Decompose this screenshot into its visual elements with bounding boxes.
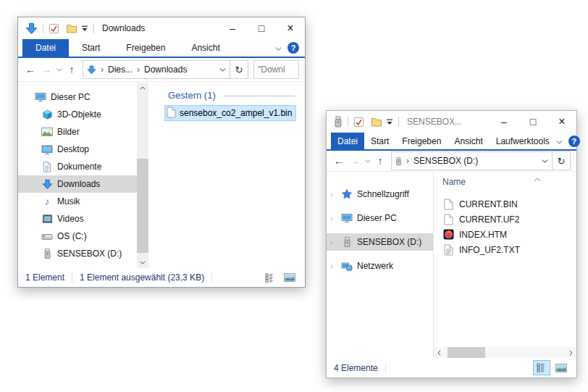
scroll-down-icon[interactable] <box>137 257 148 268</box>
scroll-left-icon[interactable] <box>434 347 445 358</box>
thumbnail-view-button[interactable] <box>282 271 298 285</box>
group-header-rule <box>223 96 295 96</box>
group-header-label[interactable]: Gestern (1) <box>164 90 216 101</box>
address-box[interactable]: › SENSEBOX (D:) <box>391 151 553 170</box>
up-button[interactable]: ↑ <box>64 64 80 75</box>
tab-start[interactable]: Start <box>69 39 113 57</box>
sidebar-item-label: Desktop <box>57 144 89 154</box>
sidebar-item-musik[interactable]: ♪ Musik <box>18 193 137 210</box>
sidebar-item-downloads[interactable]: Downloads <box>18 175 137 193</box>
scroll-thumb[interactable] <box>137 159 148 253</box>
scroll-right-icon[interactable] <box>566 347 576 358</box>
expand-chevron-icon[interactable]: › <box>327 238 340 246</box>
usb-location-icon <box>395 157 402 166</box>
file-row[interactable]: INDEX.HTM <box>442 227 576 242</box>
properties-check-icon[interactable] <box>353 117 364 128</box>
customize-toolbar-caret-icon[interactable] <box>386 118 393 125</box>
file-list-pane[interactable]: Name CURRENT.BIN CURRENT.UF2 INDEX.HTM I… <box>433 172 576 358</box>
maximize-button[interactable]: □ <box>247 17 276 39</box>
recent-locations-chevron-icon[interactable] <box>54 68 64 72</box>
help-button[interactable]: ? <box>287 42 299 54</box>
address-dropdown-chevron-icon[interactable] <box>537 159 552 163</box>
details-view-button[interactable] <box>262 271 278 285</box>
search-input[interactable]: "Downl <box>253 60 299 79</box>
back-button[interactable]: ← <box>331 155 347 167</box>
minimize-button[interactable]: – <box>490 111 518 133</box>
maximize-button[interactable]: □ <box>518 111 547 133</box>
thumbnail-view-button[interactable] <box>553 361 569 375</box>
scroll-thumb[interactable] <box>448 347 485 358</box>
file-list-pane[interactable]: Gestern (1) sensebox_co2_ampel_v1.bin <box>148 83 305 268</box>
close-button[interactable]: × <box>276 17 305 39</box>
file-row[interactable]: CURRENT.BIN <box>442 196 576 212</box>
back-button[interactable]: ← <box>22 64 38 75</box>
breadcrumb-dieser-pc[interactable]: Dies... <box>108 64 133 75</box>
sidebar-item-schnellzugriff[interactable]: › Schnellzugriff <box>327 185 433 203</box>
horizontal-scrollbar[interactable] <box>434 347 576 358</box>
minimize-button[interactable]: – <box>218 17 247 39</box>
scroll-up-icon[interactable] <box>137 83 148 93</box>
file-icon <box>442 199 455 210</box>
crumb-separator: › <box>133 64 144 75</box>
address-box[interactable]: › Dies... › Downloads <box>83 60 230 79</box>
titlebar[interactable]: SENSEBOX... – □ × <box>327 111 576 133</box>
sidebar-item-sensebox-d[interactable]: › SENSEBOX (D:) <box>327 233 433 251</box>
tab-datei[interactable]: Datei <box>331 133 364 149</box>
computer-icon <box>34 91 47 103</box>
selected-file-item[interactable]: sensebox_co2_ampel_v1.bin <box>164 105 296 121</box>
close-button[interactable]: × <box>547 111 576 133</box>
tab-ansicht[interactable]: Ansicht <box>448 133 489 149</box>
sidebar-item-os-c[interactable]: OS (C:) <box>18 228 137 245</box>
group-header[interactable]: Gestern (1) <box>164 90 301 101</box>
file-row[interactable]: INFO_UF2.TXT <box>442 242 576 257</box>
refresh-button[interactable]: ↻ <box>230 60 248 79</box>
expand-chevron-icon[interactable]: › <box>327 214 340 222</box>
new-folder-icon[interactable] <box>66 23 77 34</box>
recent-locations-chevron-icon[interactable] <box>363 159 372 163</box>
forward-button[interactable]: → <box>347 155 363 167</box>
status-bar: 1 Element 1 Element ausgewählt (23,3 KB) <box>18 268 305 287</box>
file-name: CURRENT.BIN <box>459 199 518 209</box>
address-dropdown-chevron-icon[interactable] <box>215 68 230 72</box>
sidebar-item-dokumente[interactable]: Dokumente <box>18 158 137 175</box>
forward-button[interactable]: → <box>38 64 54 75</box>
divider <box>93 23 94 33</box>
sort-ascending-chevron-icon[interactable] <box>534 174 541 184</box>
selection-summary: 1 Element ausgewählt (23,3 KB) <box>80 272 204 283</box>
file-row[interactable]: CURRENT.UF2 <box>442 212 576 227</box>
divider <box>72 272 72 283</box>
expand-ribbon-chevron-icon[interactable] <box>275 43 282 53</box>
vertical-scrollbar[interactable] <box>137 83 148 268</box>
tab-datei[interactable]: Datei <box>22 39 69 57</box>
breadcrumb-downloads[interactable]: Downloads <box>144 64 187 75</box>
sidebar-item-dieser-pc[interactable]: Dieser PC <box>18 88 137 106</box>
scroll-track[interactable] <box>445 347 566 358</box>
tab-start[interactable]: Start <box>364 133 395 149</box>
tab-freigeben[interactable]: Freigeben <box>113 39 178 57</box>
sidebar-item-netzwerk[interactable]: › Netzwerk <box>327 257 433 275</box>
tab-freigeben[interactable]: Freigeben <box>395 133 448 149</box>
properties-check-icon[interactable] <box>49 23 59 34</box>
up-button[interactable]: ↑ <box>372 155 388 167</box>
help-button[interactable]: ? <box>568 135 580 147</box>
customize-toolbar-caret-icon[interactable] <box>81 25 88 32</box>
breadcrumb-sensebox[interactable]: SENSEBOX (D:) <box>413 156 478 166</box>
sidebar-item-sensebox-d[interactable]: SENSEBOX (D:) <box>18 245 137 262</box>
expand-chevron-icon[interactable]: › <box>327 262 340 270</box>
sidebar-item-bilder[interactable]: Bilder <box>18 123 137 141</box>
sidebar-item-desktop[interactable]: Desktop <box>18 141 137 158</box>
details-view-button[interactable] <box>534 361 550 375</box>
sidebar-item-dieser-pc[interactable]: › Dieser PC <box>327 209 433 227</box>
sidebar-item-videos[interactable]: Videos <box>18 210 137 228</box>
usb-drive-icon <box>41 248 54 259</box>
new-folder-icon[interactable] <box>371 117 382 128</box>
sidebar-item-3d-objekte[interactable]: 3D-Objekte <box>18 106 137 123</box>
column-header-name[interactable]: Name <box>442 177 576 187</box>
expand-chevron-icon[interactable]: › <box>327 190 340 199</box>
tab-ansicht[interactable]: Ansicht <box>178 39 232 57</box>
refresh-button[interactable]: ↻ <box>553 151 571 170</box>
tab-laufwerktools[interactable]: Laufwerktools <box>490 133 556 149</box>
expand-ribbon-chevron-icon[interactable] <box>556 136 563 146</box>
titlebar[interactable]: Downloads – □ × <box>18 17 305 39</box>
file-name: CURRENT.UF2 <box>459 214 519 225</box>
